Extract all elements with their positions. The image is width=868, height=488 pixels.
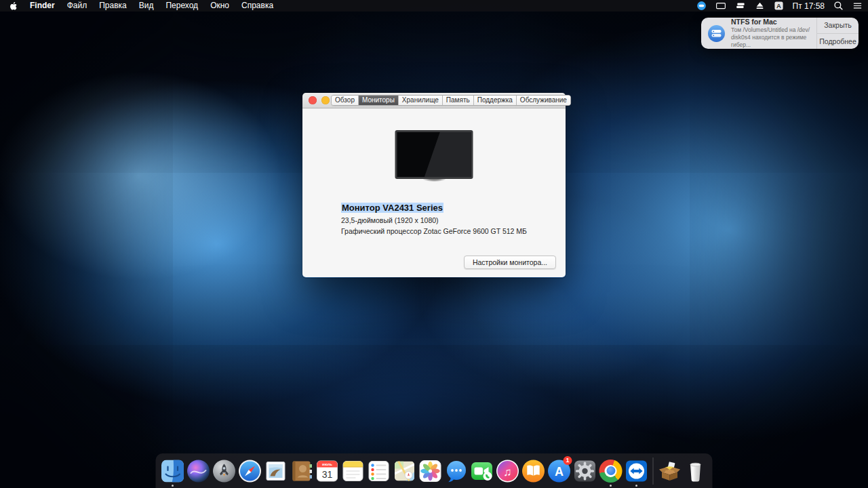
- dock-item-maps[interactable]: [392, 454, 418, 488]
- notification-actions: Закрыть Подробнее: [816, 18, 859, 49]
- disk-stack-status-icon[interactable]: [735, 1, 746, 11]
- facetime-icon: [470, 459, 494, 483]
- launchpad-icon: [212, 459, 237, 483]
- tab-memory[interactable]: Память: [443, 96, 474, 105]
- tab-support[interactable]: Поддержка: [474, 96, 517, 105]
- notification-close-button[interactable]: Закрыть: [817, 18, 859, 33]
- mail-icon: [264, 459, 288, 483]
- dock-item-messages[interactable]: [443, 454, 469, 488]
- about-this-mac-window: Обзор Мониторы Хранилище Память Поддержк…: [302, 93, 566, 278]
- dock-item-photos[interactable]: [418, 454, 443, 488]
- monitor-image: [395, 130, 473, 179]
- dock: июль 31: [156, 453, 713, 488]
- display-settings-button[interactable]: Настройки монитора...: [464, 256, 556, 269]
- dock-item-system-preferences[interactable]: [572, 454, 598, 488]
- menu-file[interactable]: Файл: [61, 0, 94, 12]
- window-tabs: Обзор Мониторы Хранилище Память Поддержк…: [331, 95, 571, 106]
- package-icon: [658, 459, 682, 483]
- maps-icon: [393, 459, 417, 483]
- teamviewer-status-icon[interactable]: [696, 1, 707, 11]
- desktop: Finder Файл Правка Вид Переход Окно Спра…: [0, 0, 868, 488]
- tab-service[interactable]: Обслуживание: [517, 96, 570, 105]
- system-preferences-icon: [573, 459, 597, 483]
- close-window-button[interactable]: [309, 96, 317, 104]
- menu-go[interactable]: Переход: [159, 0, 204, 12]
- trash-icon: [684, 459, 708, 483]
- input-source-status-icon[interactable]: A: [774, 1, 784, 11]
- display-name: Монитор VA2431 Series: [341, 203, 527, 213]
- dock-item-mail[interactable]: [263, 454, 289, 488]
- app-store-letter: A: [555, 465, 564, 479]
- dock-item-notes[interactable]: [340, 454, 366, 488]
- chrome-icon: [599, 460, 623, 483]
- notification-body: Том /Volumes/Untitled на /dev/ disk0s4 н…: [731, 26, 814, 49]
- notification-body-line2: disk0s4 находится в режиме гибер...: [731, 34, 814, 49]
- svg-text:A: A: [776, 3, 781, 9]
- tab-storage[interactable]: Хранилище: [399, 96, 443, 105]
- dock-item-launchpad[interactable]: [212, 454, 237, 488]
- itunes-icon: ♫: [496, 459, 520, 483]
- dock-item-app-store[interactable]: A 1: [547, 454, 572, 488]
- running-indicator: [610, 485, 612, 487]
- menu-window[interactable]: Окно: [204, 0, 235, 12]
- dock-item-contacts[interactable]: [289, 454, 315, 488]
- itunes-note-glyph: ♫: [503, 465, 512, 478]
- dock-item-calendar[interactable]: июль 31: [315, 454, 340, 488]
- notification-body-line1: Том /Volumes/Untitled на /dev/: [731, 26, 814, 34]
- finder-icon: [161, 459, 185, 483]
- ibooks-icon: [521, 459, 546, 483]
- messages-icon: [444, 459, 469, 483]
- ntfs-app-icon: [707, 24, 726, 43]
- menu-bar-status: A Пт 17:58: [696, 0, 863, 12]
- display-size-line: 23,5-дюймовый (1920 x 1080): [341, 216, 527, 224]
- display-status-icon[interactable]: [715, 1, 726, 11]
- dock-separator: [653, 458, 654, 485]
- calendar-icon: июль 31: [315, 459, 340, 483]
- siri-icon: [186, 459, 211, 483]
- display-name-selected-text: Монитор VA2431 Series: [341, 203, 443, 213]
- tab-overview[interactable]: Обзор: [332, 96, 359, 105]
- running-indicator: [635, 485, 637, 487]
- dock-item-itunes[interactable]: ♫: [495, 454, 521, 488]
- menu-view[interactable]: Вид: [133, 0, 160, 12]
- notes-icon: [341, 459, 366, 483]
- dock-item-reminders[interactable]: [366, 454, 392, 488]
- eject-status-icon[interactable]: [755, 1, 765, 11]
- app-store-badge: 1: [564, 456, 572, 465]
- menu-bar-left: Finder Файл Правка Вид Переход Окно Спра…: [5, 0, 279, 12]
- running-indicator: [172, 485, 174, 487]
- notification-title: NTFS for Mac: [731, 18, 814, 26]
- menu-clock[interactable]: Пт 17:58: [793, 1, 825, 11]
- notification-text: NTFS for Mac Том /Volumes/Untitled на /d…: [731, 18, 816, 49]
- calendar-day-label: 31: [322, 469, 333, 480]
- apple-menu[interactable]: [5, 1, 24, 11]
- window-titlebar[interactable]: Обзор Мониторы Хранилище Память Поддержк…: [302, 93, 566, 108]
- reminders-icon: [367, 459, 391, 483]
- notification-more-button[interactable]: Подробнее: [817, 33, 859, 49]
- notification-banner: NTFS for Mac Том /Volumes/Untitled на /d…: [701, 18, 859, 49]
- contacts-icon: [290, 459, 314, 483]
- menu-help[interactable]: Справка: [235, 0, 279, 12]
- display-illustration: [395, 130, 473, 179]
- dock-item-finder[interactable]: [160, 454, 186, 488]
- dock-item-package[interactable]: [657, 454, 683, 488]
- safari-icon: [238, 459, 262, 483]
- photos-icon: [418, 459, 443, 483]
- dock-item-safari[interactable]: [237, 454, 263, 488]
- menu-edit[interactable]: Правка: [93, 0, 133, 12]
- notification-center-icon[interactable]: [852, 1, 863, 11]
- tab-displays[interactable]: Мониторы: [359, 96, 399, 105]
- dock-item-teamviewer[interactable]: [624, 454, 650, 488]
- dock-item-ibooks[interactable]: [521, 454, 547, 488]
- dock-item-facetime[interactable]: [469, 454, 495, 488]
- teamviewer-icon: [625, 459, 649, 483]
- dock-item-trash[interactable]: [683, 454, 709, 488]
- dock-item-siri[interactable]: [186, 454, 212, 488]
- display-info: Монитор VA2431 Series 23,5-дюймовый (192…: [302, 203, 566, 237]
- minimize-window-button[interactable]: [321, 96, 330, 104]
- calendar-month-label: июль: [322, 462, 332, 466]
- monitor-screen: [397, 132, 471, 177]
- spotlight-icon[interactable]: [833, 1, 844, 11]
- menu-app-name[interactable]: Finder: [24, 0, 61, 12]
- dock-item-chrome[interactable]: [598, 454, 624, 488]
